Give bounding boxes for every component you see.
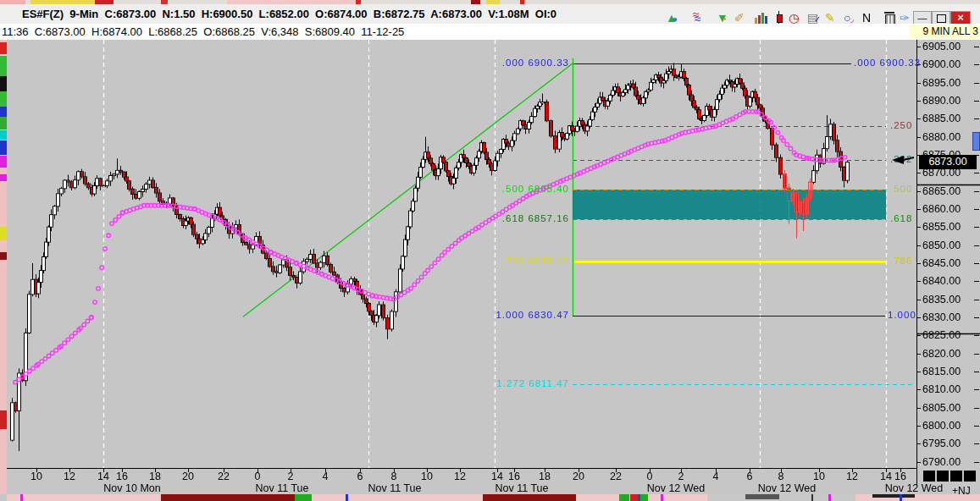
occluded-fragment [0, 174, 7, 181]
current-bar-readout: 11:36 C:6873.00 H:6874.00 L:6868.25 O:68… [2, 24, 404, 40]
x-axis-tick-label: 20 [178, 471, 198, 482]
occluded-fragment [346, 494, 348, 501]
x-axis-tick-label: 18 [534, 471, 555, 482]
x-axis-date-label: Nov 11 Tue [483, 482, 561, 494]
info-bar: 11:36 C:6873.00 H:6874.00 L:6868.25 O:68… [0, 24, 980, 40]
x-axis-tick-label: 12 [842, 471, 862, 482]
occluded-fragment [0, 140, 7, 155]
x-axis-tick-label: 20 [568, 471, 589, 482]
y-axis-label: 6835.00 [922, 294, 961, 306]
occluded-window-left-strip [0, 4, 7, 494]
y-axis-label: 6805.00 [922, 402, 961, 414]
fib-level-label-right: .786 [890, 256, 912, 266]
occluded-fragment [0, 156, 7, 168]
y-axis-label: 6880.00 [922, 131, 961, 143]
y-axis-label: 6855.00 [922, 221, 961, 233]
x-axis-tick-label: 6 [350, 471, 370, 482]
y-axis-label: 6905.00 [922, 41, 961, 52]
x-axis-tick-label: 12 [59, 471, 80, 482]
price-chart-canvas[interactable] [0, 0, 980, 501]
x-axis-tick-label: 8 [384, 471, 404, 482]
occluded-fragment [872, 494, 915, 498]
template-label[interactable]: 9 MIN ALL 3 [910, 25, 980, 38]
x-axis-tick-label: 10 [809, 471, 829, 482]
y-axis-label: 6900.00 [922, 58, 961, 70]
occluded-fragment [811, 494, 813, 501]
y-axis-label: 6890.00 [922, 95, 961, 107]
fib-level-label-right: 1.000 [888, 310, 916, 320]
x-axis-tick-label: 10 [26, 471, 47, 482]
x-axis-tick-label: 22 [606, 471, 626, 482]
y-axis-label: 6825.00 [922, 329, 961, 341]
occluded-fragment [0, 107, 7, 117]
chart-button-square[interactable] [964, 471, 976, 482]
x-axis-tick-label: 0 [247, 471, 268, 482]
occluded-fragment [661, 494, 663, 501]
occluded-fragment [0, 252, 7, 260]
fib-level-label-right: .618 [890, 213, 912, 223]
fib-level-label-left: .618 6857.16 [474, 213, 569, 223]
occluded-fragment [20, 494, 23, 501]
x-axis-tick-label: 16 [112, 471, 132, 482]
chart-corner-label: +NJ [952, 485, 971, 497]
occluded-fragment [0, 130, 7, 140]
y-axis-label: 6860.00 [922, 203, 961, 215]
occluded-fragment [0, 117, 7, 129]
occluded-fragment [745, 494, 779, 499]
fib-level-label-left: .786 6845.42 [474, 256, 569, 266]
x-axis-date-label: Nov 12 Wed [637, 482, 715, 494]
x-axis-date-label: Nov 11 Tue [243, 482, 321, 494]
x-axis-date-label: Nov 12 Wed [748, 482, 826, 494]
x-axis-tick-label: 2 [671, 471, 691, 482]
title-bar[interactable]: ES#F(Z) 9-Min C:6873.00 N:1.50 H:6900.50… [0, 4, 980, 25]
occluded-fragment [619, 494, 629, 501]
y-axis-label: 6810.00 [922, 383, 961, 395]
x-axis-tick-label: 8 [771, 471, 791, 482]
x-axis-tick-label: 2 [280, 471, 301, 482]
occluded-fragment [0, 76, 7, 91]
occluded-fragment [900, 494, 902, 501]
y-axis-label: 6815.00 [922, 366, 961, 377]
x-axis-tick-label: 22 [213, 471, 234, 482]
occluded-fragment [707, 494, 855, 501]
y-axis-label: 6895.00 [922, 77, 961, 89]
window-title: ES#F(Z) 9-Min C:6873.00 N:1.50 H:6900.50… [22, 4, 556, 24]
x-axis-date-label: Nov 10 Mon [93, 482, 171, 494]
fib-level-label-left: 1.272 6811.47 [474, 378, 569, 388]
x-axis-tick-label: 4 [315, 471, 335, 482]
y-axis-label: 6850.00 [922, 239, 961, 251]
occluded-fragment [161, 494, 296, 501]
y-axis-label: 6830.00 [922, 311, 961, 323]
fib-level-label-right: .250 [890, 120, 912, 130]
fib-level-label-left: 1.000 6830.47 [474, 310, 569, 320]
occluded-window-bottom-strip [7, 494, 980, 501]
x-axis-tick-label: 4 [706, 471, 726, 482]
x-axis-date-label: Nov 11 Tue [356, 482, 434, 494]
occluded-fragment [0, 42, 7, 54]
chart-button-square[interactable] [923, 471, 935, 482]
x-axis-tick-label: 18 [145, 471, 165, 482]
x-axis-tick-label: 16 [890, 471, 911, 482]
price-scrollbar-thumb[interactable] [972, 132, 980, 151]
y-axis-label: 6845.00 [922, 257, 961, 269]
occluded-fragment [483, 494, 576, 501]
x-axis-date-label: Nov 12 Wed [875, 482, 953, 494]
chart-button-square[interactable] [937, 471, 949, 482]
x-axis-tick-label: 10 [417, 471, 437, 482]
x-axis-tick-label: 0 [639, 471, 660, 482]
chart-window: ES#F(Z) 9-Min C:6873.00 N:1.50 H:6900.50… [0, 0, 980, 501]
fib-level-label-right: .500 [890, 184, 912, 194]
occluded-fragment [0, 227, 7, 240]
y-axis-label: 6795.00 [922, 438, 961, 449]
occluded-fragment [638, 494, 640, 501]
fib-level-label-right: .000 6900.33 [854, 58, 921, 68]
y-axis-label: 6820.00 [922, 348, 961, 360]
chart-button-square[interactable] [950, 471, 962, 482]
occluded-fragment [828, 494, 831, 501]
y-axis-label: 6865.00 [922, 185, 961, 197]
occluded-fragment [0, 410, 7, 429]
y-axis-label: 6800.00 [922, 420, 961, 432]
y-axis-label: 6885.00 [922, 113, 961, 124]
x-axis-tick-label: 16 [504, 471, 524, 482]
fib-level-label-left: .000 6900.33 [474, 58, 569, 68]
